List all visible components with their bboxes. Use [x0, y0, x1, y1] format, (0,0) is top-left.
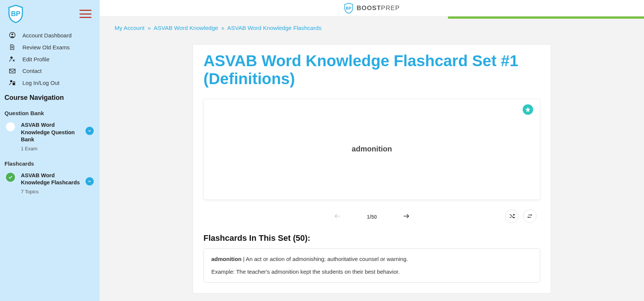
course-info: ASVAB Word Knowledge Flashcards 7 Topics [21, 172, 83, 194]
definition-card: admonition | An act or action of admonis… [203, 248, 540, 283]
nav-account-dashboard[interactable]: Account Dashboard [4, 29, 95, 41]
sidebar: BP Account Dashboard Review Old Exams [0, 0, 100, 301]
swap-button[interactable] [523, 209, 536, 223]
shuffle-button[interactable] [505, 209, 519, 223]
card-tools [505, 209, 536, 223]
flashcards-item[interactable]: ASVAB Word Knowledge Flashcards 7 Topics [4, 170, 95, 197]
progress-bar [100, 16, 644, 19]
topbar: BP BOOSTPREP [100, 0, 644, 16]
user-edit-icon [9, 56, 22, 62]
account-nav: Account Dashboard Review Old Exams Edit … [4, 29, 95, 89]
status-done-icon [6, 173, 15, 182]
expand-toggle-icon[interactable] [85, 127, 94, 135]
course-info: ASVAB Word Knowledge Question Bank 1 Exa… [21, 122, 83, 151]
breadcrumb-course[interactable]: ASVAB Word Knowledge [154, 25, 218, 31]
expand-toggle-icon[interactable] [85, 177, 94, 185]
sidebar-top: BP [4, 4, 95, 27]
breadcrumb-my-account[interactable]: My Account [115, 25, 144, 31]
flashcards-heading: Flashcards [4, 154, 95, 170]
nav-review-old-exams[interactable]: Review Old Exams [4, 41, 95, 53]
svg-point-3 [10, 56, 13, 59]
card-counter: 1/50 [367, 214, 377, 220]
progress-fill [448, 16, 644, 19]
nav-login-logout[interactable]: Log In/Log Out [4, 77, 95, 89]
nav-label: Contact [22, 68, 42, 74]
course-meta: 7 Topics [21, 189, 83, 194]
definition-sep: | [242, 256, 246, 262]
favorite-star-button[interactable] [523, 104, 533, 115]
brand-bold: BOOST [357, 4, 381, 12]
definition-term: admonition [211, 256, 242, 262]
course-navigation-heading: Course Navigation [4, 89, 95, 103]
brand-shield-icon: BP [344, 3, 354, 14]
hamburger-menu-icon[interactable] [80, 10, 91, 18]
content-card: ASVAB Word Knowledge Flashcard Set #1 (D… [193, 44, 551, 294]
status-open-icon [6, 122, 15, 131]
brand-logo[interactable]: BP BOOSTPREP [344, 3, 400, 14]
set-heading: Flashcards In This Set (50): [203, 233, 540, 243]
document-icon [9, 44, 22, 50]
nav-label: Account Dashboard [22, 32, 72, 39]
page-title: ASVAB Word Knowledge Flashcard Set #1 (D… [203, 52, 540, 88]
main: BP BOOSTPREP My Account » ASVAB Word Kno… [100, 0, 644, 301]
course-title: ASVAB Word Knowledge Question Bank [21, 122, 83, 144]
breadcrumb-flashcards[interactable]: ASVAB Word Knowledge Flashcards [227, 25, 322, 31]
definition-example: Example: The teacher's admonition kept t… [211, 267, 532, 276]
definition-text: An act or action of admonishing; authori… [246, 256, 408, 262]
envelope-icon [9, 68, 22, 74]
flashcard-word: admonition [352, 145, 392, 153]
svg-point-5 [10, 80, 12, 82]
lock-user-icon [9, 79, 22, 86]
course-title: ASVAB Word Knowledge Flashcards [21, 172, 83, 187]
svg-text:BP: BP [346, 6, 352, 10]
nav-contact[interactable]: Contact [4, 65, 95, 77]
course-meta: 1 Exam [21, 146, 83, 151]
user-circle-icon [9, 32, 22, 39]
nav-edit-profile[interactable]: Edit Profile [4, 53, 95, 65]
nav-label: Edit Profile [22, 56, 50, 62]
next-card-button[interactable] [401, 211, 411, 222]
breadcrumb-sep: » [146, 25, 152, 31]
flashcard[interactable]: admonition [203, 99, 540, 200]
question-bank-heading: Question Bank [4, 103, 95, 119]
svg-point-2 [12, 34, 13, 36]
svg-rect-6 [13, 83, 15, 85]
brand-light: PREP [381, 4, 400, 12]
prev-card-button[interactable] [332, 211, 343, 222]
breadcrumb-sep: » [220, 25, 226, 31]
svg-rect-4 [10, 69, 15, 73]
definition-line: admonition | An act or action of admonis… [211, 255, 532, 264]
svg-text:BP: BP [11, 10, 20, 18]
nav-label: Review Old Exams [22, 44, 70, 50]
breadcrumb: My Account » ASVAB Word Knowledge » ASVA… [100, 19, 644, 37]
logo-shield-icon: BP [7, 4, 24, 23]
question-bank-item[interactable]: ASVAB Word Knowledge Question Bank 1 Exa… [4, 119, 95, 154]
flashcard-controls: 1/50 [203, 209, 540, 224]
nav-label: Log In/Log Out [22, 80, 59, 86]
